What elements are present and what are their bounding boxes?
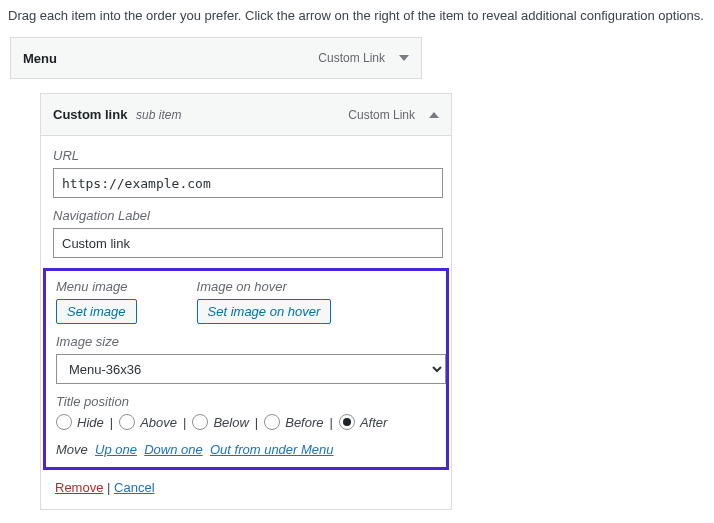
radio-above[interactable] — [119, 414, 135, 430]
menu-item-type: Custom Link — [318, 51, 385, 65]
image-on-hover-label: Image on hover — [197, 279, 332, 294]
radio-separator: | — [110, 415, 113, 430]
move-out-link[interactable]: Out from under Menu — [210, 442, 334, 457]
radio-after[interactable] — [339, 414, 355, 430]
radio-below-label: Below — [213, 415, 248, 430]
image-size-label: Image size — [56, 334, 436, 349]
radio-separator: | — [183, 415, 186, 430]
move-label: Move — [56, 442, 88, 457]
radio-before[interactable] — [264, 414, 280, 430]
move-down-link[interactable]: Down one — [144, 442, 203, 457]
radio-separator: | — [330, 415, 333, 430]
menu-item-bar-sub[interactable]: Custom link sub item Custom Link — [41, 94, 451, 136]
url-label: URL — [53, 148, 439, 163]
navigation-label-input[interactable] — [53, 228, 443, 258]
cancel-link[interactable]: Cancel — [114, 480, 154, 495]
menu-item-bar-parent[interactable]: Menu Custom Link — [10, 37, 422, 79]
set-image-on-hover-button[interactable]: Set image on hover — [197, 299, 332, 324]
radio-before-label: Before — [285, 415, 323, 430]
sub-item-subtitle: sub item — [136, 108, 181, 122]
footer-separator: | — [107, 480, 110, 495]
instructions-text: Drag each item into the order you prefer… — [8, 8, 706, 23]
remove-link[interactable]: Remove — [55, 480, 103, 495]
title-position-radios: Hide | Above | Below | Before | — [56, 414, 436, 430]
radio-below[interactable] — [192, 414, 208, 430]
menu-image-settings-highlight: Menu image Set image Image on hover Set … — [43, 268, 449, 470]
title-position-label: Title position — [56, 394, 436, 409]
menu-image-label: Menu image — [56, 279, 137, 294]
set-image-button[interactable]: Set image — [56, 299, 137, 324]
chevron-up-icon[interactable] — [429, 112, 439, 118]
image-size-select[interactable]: Menu-36x36 — [56, 354, 446, 384]
item-footer-links: Remove | Cancel — [55, 480, 439, 495]
move-row: Move Up one Down one Out from under Menu — [56, 442, 436, 457]
navigation-label-label: Navigation Label — [53, 208, 439, 223]
menu-item-title: Menu — [23, 51, 57, 66]
menu-item-settings-panel: Custom link sub item Custom Link URL Nav… — [40, 93, 452, 510]
sub-item-title: Custom link — [53, 107, 127, 122]
move-up-link[interactable]: Up one — [95, 442, 137, 457]
chevron-down-icon[interactable] — [399, 55, 409, 61]
radio-separator: | — [255, 415, 258, 430]
radio-hide[interactable] — [56, 414, 72, 430]
radio-hide-label: Hide — [77, 415, 104, 430]
url-input[interactable] — [53, 168, 443, 198]
radio-after-label: After — [360, 415, 387, 430]
sub-item-type: Custom Link — [348, 108, 415, 122]
radio-above-label: Above — [140, 415, 177, 430]
